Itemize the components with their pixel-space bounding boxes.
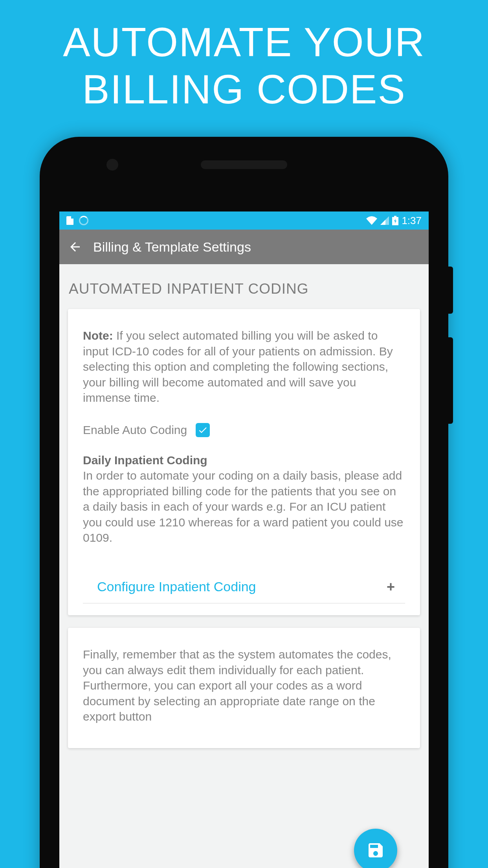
save-icon	[366, 841, 385, 860]
export-info-card: Finally, remember that as the system aut…	[68, 628, 420, 748]
arrow-left-icon	[68, 240, 82, 254]
content-area: AUTOMATED INPATIENT CODING Note: If you …	[59, 264, 429, 748]
note-text: Note: If you select automated billing yo…	[83, 328, 405, 406]
section-heading: AUTOMATED INPATIENT CODING	[68, 264, 420, 309]
cell-signal-icon	[380, 216, 389, 225]
app-bar-title: Billing & Template Settings	[93, 239, 251, 255]
phone-speaker	[201, 160, 287, 169]
daily-inpatient-body: In order to automate your coding on a da…	[83, 468, 405, 546]
back-button[interactable]	[67, 239, 83, 255]
checkmark-icon	[198, 425, 208, 435]
enable-auto-coding-checkbox[interactable]	[196, 423, 210, 437]
sd-card-icon	[66, 216, 73, 225]
phone-screen: 1:37 Billing & Template Settings AUTOMAT…	[59, 211, 429, 868]
sync-icon	[79, 216, 88, 225]
auto-coding-card: Note: If you select automated billing yo…	[68, 309, 420, 615]
status-bar: 1:37	[59, 211, 429, 230]
status-bar-right: 1:37	[366, 215, 422, 227]
configure-inpatient-row[interactable]: Configure Inpatient Coding +	[83, 568, 405, 603]
phone-side-button-bottom	[448, 337, 453, 424]
configure-inpatient-label: Configure Inpatient Coding	[86, 579, 256, 594]
promo-line-1: AUTOMATE YOUR	[0, 19, 488, 66]
status-bar-left	[66, 216, 88, 225]
wifi-icon	[366, 216, 377, 225]
phone-camera	[106, 159, 118, 171]
status-time: 1:37	[402, 215, 422, 227]
battery-icon	[392, 216, 398, 225]
phone-frame: 1:37 Billing & Template Settings AUTOMAT…	[40, 137, 448, 868]
export-info-body: Finally, remember that as the system aut…	[83, 647, 405, 725]
note-body: If you select automated billing you will…	[83, 329, 393, 404]
plus-icon: +	[387, 579, 402, 595]
enable-auto-coding-label: Enable Auto Coding	[83, 423, 187, 437]
daily-inpatient-heading: Daily Inpatient Coding	[83, 454, 405, 467]
enable-auto-coding-row: Enable Auto Coding	[83, 423, 405, 437]
phone-side-button-top	[448, 267, 453, 314]
note-label: Note:	[83, 329, 113, 342]
promo-title: AUTOMATE YOUR BILLING CODES	[0, 0, 488, 113]
save-fab[interactable]	[354, 829, 397, 868]
app-bar: Billing & Template Settings	[59, 230, 429, 264]
svg-rect-0	[394, 216, 396, 217]
promo-line-2: BILLING CODES	[0, 66, 488, 113]
